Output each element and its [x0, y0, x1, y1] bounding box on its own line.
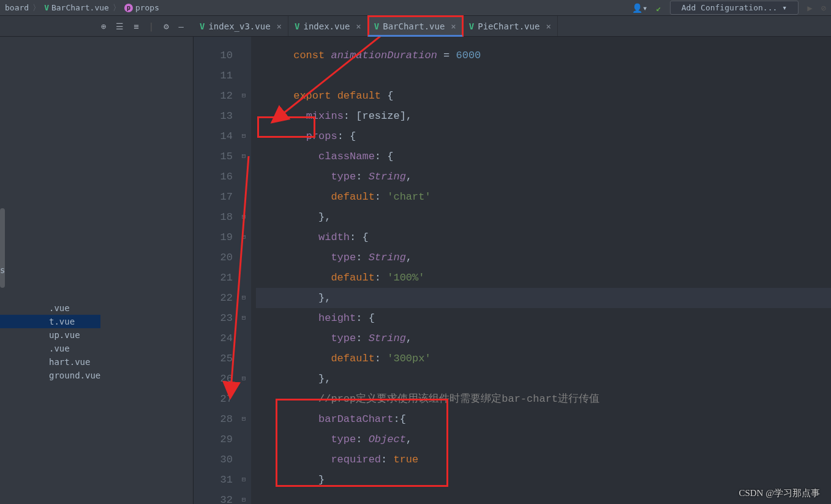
list-item[interactable]: .vue — [0, 301, 100, 315]
line-number: 18 — [194, 207, 233, 227]
code-line[interactable]: default: 'chart' — [256, 187, 831, 207]
fold-marker — [236, 268, 251, 288]
code-line[interactable]: required: true — [256, 449, 831, 470]
fold-marker[interactable]: ⊟ — [236, 227, 251, 247]
code-line[interactable]: width: { — [256, 227, 831, 247]
gear-icon[interactable]: ⚙ — [164, 21, 168, 31]
breadcrumb-bar: board 〉 V BarChart.vue 〉 p props 👤▾ ↙ Ad… — [0, 0, 831, 16]
fold-marker — [236, 247, 251, 268]
run-icon[interactable]: ▶ — [807, 3, 812, 13]
code-line[interactable]: barDataChart:{ — [256, 409, 831, 429]
code-line[interactable]: }, — [256, 369, 831, 389]
chevron-down-icon: ▾ — [782, 3, 787, 12]
fold-marker[interactable]: ⊟ — [236, 126, 251, 146]
vue-icon: V — [44, 3, 49, 12]
line-number: 25 — [194, 348, 233, 369]
minimize-icon[interactable]: — — [179, 21, 184, 31]
project-sidebar[interactable]: s .vue t.vue up.vue .vue hart.vue ground… — [0, 37, 194, 504]
code-line[interactable]: //prop定义要求使用该组件时需要绑定bar-chart进行传值 — [256, 389, 831, 409]
fold-marker — [236, 106, 251, 126]
code-line[interactable]: className: { — [256, 146, 831, 167]
vue-icon: V — [374, 21, 379, 31]
breadcrumb-item[interactable]: board — [5, 3, 29, 12]
list-item[interactable]: t.vue — [0, 315, 100, 328]
code-line[interactable]: type: String, — [256, 167, 831, 187]
fold-marker — [236, 66, 251, 86]
chevron-right-icon: 〉 — [113, 2, 121, 13]
tab-piechart[interactable]: V PieChart.vue × — [463, 16, 558, 36]
fold-marker[interactable]: ⊟ — [236, 369, 251, 389]
code-editor[interactable]: 1011121314151617181920212223242526272829… — [194, 37, 831, 504]
list-item[interactable]: s — [0, 263, 100, 277]
code-line[interactable]: mixins: [resize], — [256, 106, 831, 126]
line-number: 22 — [194, 288, 233, 308]
code-line[interactable]: type: String, — [256, 247, 831, 268]
list-item[interactable]: hart.vue — [0, 355, 100, 369]
code-line[interactable]: default: '300px' — [256, 348, 831, 369]
tab-index-v3[interactable]: V index_v3.vue × — [194, 16, 288, 36]
breadcrumb-item[interactable]: p props — [124, 3, 159, 12]
fold-marker[interactable]: ⊟ — [236, 470, 251, 490]
close-icon[interactable]: × — [546, 21, 551, 31]
code-line[interactable]: type: Object, — [256, 429, 831, 449]
line-number: 17 — [194, 187, 233, 207]
tab-barchart[interactable]: V BarChart.vue × — [368, 16, 463, 36]
line-number: 28 — [194, 409, 233, 429]
tab-label: index.vue — [303, 21, 350, 31]
add-configuration-button[interactable]: Add Configuration...▾ — [670, 1, 799, 15]
fold-marker — [236, 187, 251, 207]
fold-marker[interactable]: ⊟ — [236, 288, 251, 308]
code-line[interactable]: }, — [256, 288, 831, 308]
fold-marker[interactable]: ⊟ — [236, 207, 251, 227]
code-line[interactable] — [256, 66, 831, 86]
collapse-icon[interactable]: ≡ — [133, 21, 138, 31]
line-number: 27 — [194, 389, 233, 409]
line-number: 32 — [194, 490, 233, 504]
locate-icon[interactable]: ⊕ — [101, 21, 106, 31]
tab-label: BarChart.vue — [383, 21, 445, 31]
fold-marker — [236, 167, 251, 187]
close-icon[interactable]: × — [356, 21, 361, 31]
code-line[interactable]: type: String, — [256, 328, 831, 348]
line-number: 19 — [194, 227, 233, 247]
line-number: 30 — [194, 449, 233, 470]
debug-icon[interactable]: ⊘ — [821, 3, 826, 13]
breadcrumb-item[interactable]: V BarChart.vue — [44, 3, 109, 12]
code-line[interactable]: }, — [256, 207, 831, 227]
list-item[interactable]: ground.vue — [0, 369, 100, 382]
list-item[interactable]: .vue — [0, 342, 100, 355]
code-line[interactable]: export default { — [256, 86, 831, 106]
property-icon: p — [124, 4, 133, 12]
list-item[interactable]: up.vue — [0, 328, 100, 342]
line-number-gutter: 1011121314151617181920212223242526272829… — [194, 37, 236, 504]
fold-marker — [236, 449, 251, 470]
code-line[interactable]: default: '100%' — [256, 268, 831, 288]
code-line[interactable]: height: { — [256, 308, 831, 328]
code-line[interactable]: const animationDuration = 6000 — [256, 45, 831, 66]
fold-marker[interactable]: ⊟ — [236, 86, 251, 106]
fold-marker — [236, 45, 251, 66]
vue-icon: V — [295, 21, 299, 31]
expand-icon[interactable]: ☰ — [116, 21, 124, 31]
line-number: 13 — [194, 106, 233, 126]
code-line[interactable]: props: { — [256, 126, 831, 146]
user-icon[interactable]: 👤▾ — [632, 3, 647, 13]
fold-marker[interactable]: ⊟ — [236, 308, 251, 328]
fold-marker[interactable]: ⊟ — [236, 490, 251, 504]
fold-marker — [236, 389, 251, 409]
fold-marker[interactable]: ⊟ — [236, 146, 251, 167]
sync-icon[interactable]: ↙ — [656, 3, 661, 13]
editor-tab-bar: ⊕ ☰ ≡ | ⚙ — V index_v3.vue × V index.vue… — [0, 16, 831, 37]
line-number: 24 — [194, 328, 233, 348]
line-number: 20 — [194, 247, 233, 268]
project-tool-buttons: ⊕ ☰ ≡ | ⚙ — — [0, 21, 194, 31]
fold-marker[interactable]: ⊟ — [236, 409, 251, 429]
tab-index[interactable]: V index.vue × — [288, 16, 368, 36]
line-number: 12 — [194, 86, 233, 106]
close-icon[interactable]: × — [451, 21, 456, 31]
close-icon[interactable]: × — [277, 21, 282, 31]
code-area[interactable]: const animationDuration = 6000 export de… — [251, 37, 831, 504]
vue-icon: V — [200, 21, 205, 31]
toolbar-right: 👤▾ ↙ Add Configuration...▾ ▶ ⊘ — [632, 1, 826, 15]
vue-icon: V — [469, 21, 474, 31]
